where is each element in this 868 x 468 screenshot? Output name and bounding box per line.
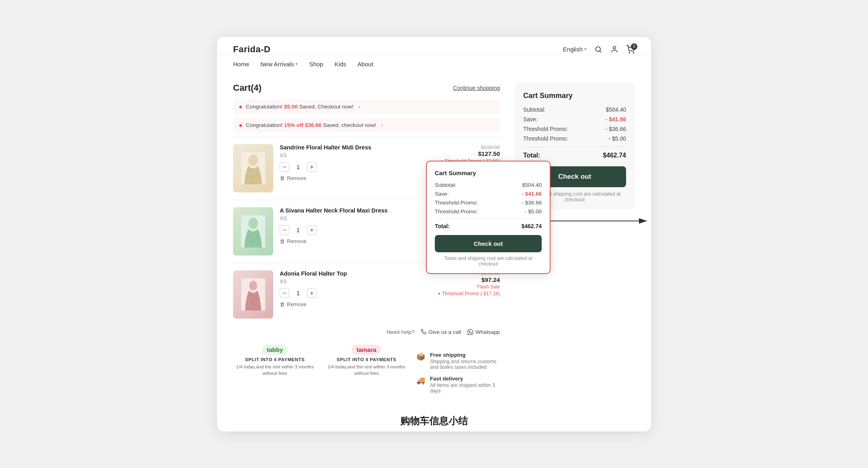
checkout-button[interactable]: Check out bbox=[523, 166, 626, 187]
search-button[interactable] bbox=[594, 45, 603, 54]
summary-threshold2-row: Threshold Promo: - $5.00 bbox=[523, 135, 626, 142]
qty-decrease-button[interactable]: − bbox=[280, 225, 289, 235]
tamara-logo: tamara bbox=[352, 345, 381, 355]
svg-point-12 bbox=[248, 233, 250, 235]
price-original: $130.00 bbox=[441, 144, 500, 150]
subtotal-value: $504.40 bbox=[606, 106, 626, 113]
cart-count-badge: 0 bbox=[631, 43, 637, 50]
qty-value: 1 bbox=[294, 164, 302, 170]
fast-delivery-row: 🚚 Fast delivery All items are shipped wi… bbox=[416, 376, 500, 394]
summary-save-row: Save: - $41.66 bbox=[523, 116, 626, 123]
remove-item-button[interactable]: 🗑 Remove bbox=[280, 175, 306, 181]
split-desc: 1/4 today,and the rest within 3 months w… bbox=[233, 364, 317, 376]
call-link[interactable]: Give us a call bbox=[421, 329, 461, 335]
svg-point-0 bbox=[596, 47, 600, 51]
qty-value: 1 bbox=[294, 290, 302, 296]
shipping-info: 📦 Free shipping Shipping and returns cus… bbox=[416, 352, 500, 394]
nav-home[interactable]: Home bbox=[233, 61, 249, 72]
price-current: $127.50 bbox=[441, 213, 500, 220]
svg-point-13 bbox=[256, 235, 258, 237]
split-label: SPLIT INTO 4 PAYMENTS bbox=[233, 357, 317, 362]
nav-kids[interactable]: Kids bbox=[334, 61, 346, 72]
svg-point-4 bbox=[633, 52, 634, 53]
qty-increase-button[interactable]: + bbox=[307, 162, 317, 172]
item-image bbox=[233, 207, 273, 255]
remove-item-button[interactable]: 🗑 Remove bbox=[280, 301, 306, 307]
svg-point-20 bbox=[255, 304, 256, 305]
promo-pct: 15% off bbox=[284, 122, 303, 128]
promo-icon: ● bbox=[239, 103, 243, 110]
cart-item: Sandrine Floral Halter Midi Dress XS − 1… bbox=[233, 137, 500, 200]
bottom-caption: 购物车信息小结 bbox=[217, 407, 651, 431]
language-selector[interactable]: English ▾ bbox=[563, 46, 587, 53]
summary-subtotal-row: Subtotal: $504.40 bbox=[523, 106, 626, 113]
qty-value: 1 bbox=[294, 227, 302, 233]
save-value: - $41.66 bbox=[606, 116, 626, 123]
nav-about[interactable]: About bbox=[358, 61, 373, 72]
svg-point-18 bbox=[256, 297, 258, 299]
continue-shopping-link[interactable]: Continue shopping bbox=[453, 85, 500, 91]
brand-logo: Farida-D bbox=[233, 44, 270, 55]
tamara-payment: tamara SPLIT INTO 4 PAYMENTS 1/4 today,a… bbox=[325, 345, 408, 394]
svg-point-7 bbox=[249, 169, 251, 172]
summary-card: Cart Summary Subtotal: $504.40 Save: - $… bbox=[514, 83, 635, 210]
qty-decrease-button[interactable]: − bbox=[280, 288, 289, 298]
cart-summary-panel: Cart Summary Subtotal: $504.40 Save: - $… bbox=[514, 83, 635, 210]
save-label: Save: bbox=[523, 116, 538, 123]
trash-icon: 🗑 bbox=[280, 175, 285, 181]
summary-note: Taxes and shipping cost are calculated a… bbox=[523, 191, 626, 202]
nav-shop[interactable]: Shop bbox=[309, 61, 323, 72]
cart-section: Cart(4) Continue shopping ● Congratulati… bbox=[233, 83, 500, 394]
cart-items-list: Sandrine Floral Halter Midi Dress XS − 1… bbox=[233, 137, 500, 326]
main-layout: Cart(4) Continue shopping ● Congratulati… bbox=[217, 72, 651, 407]
qty-increase-button[interactable]: + bbox=[307, 225, 317, 235]
threshold2-label: Threshold Promo: bbox=[523, 135, 568, 142]
qty-increase-button[interactable]: + bbox=[307, 288, 317, 298]
item-qty-row: − 1 + bbox=[280, 162, 434, 172]
summary-threshold1-row: Threshold Promo: - $36.66 bbox=[523, 126, 626, 132]
item-size: XS bbox=[280, 215, 434, 221]
price-original: $130.00 bbox=[441, 207, 500, 213]
item-details: Adonia Floral Halter Top XS − 1 + 🗑 Remo… bbox=[280, 270, 432, 307]
navigation: Home New Arrivals ▾ Shop Kids About bbox=[217, 55, 651, 72]
promo-amount2: $36.66 bbox=[305, 122, 321, 128]
need-help-row: Need help? Give us a call Whatsapp bbox=[233, 329, 500, 335]
qty-decrease-button[interactable]: − bbox=[280, 162, 289, 172]
item-image bbox=[233, 144, 273, 192]
remove-item-button[interactable]: 🗑 Remove bbox=[280, 238, 306, 244]
item-prices: $130.00 $127.50 ● Threshold Promo (-$2.5… bbox=[441, 144, 500, 164]
payment-options: tabby SPLIT INTO 4 PAYMENTS 1/4 today,an… bbox=[233, 345, 500, 394]
svg-point-11 bbox=[248, 218, 258, 229]
item-image bbox=[233, 270, 273, 319]
header-right: English ▾ 0 bbox=[563, 45, 635, 54]
item-details: A Sivana Halter Neck Floral Maxi Dress X… bbox=[280, 207, 434, 244]
summary-divider bbox=[523, 147, 626, 147]
svg-point-2 bbox=[613, 46, 616, 49]
item-prices: $130.00 $127.50 ● Threshold Promo (-$2.5… bbox=[441, 207, 500, 227]
promo-arrow-icon[interactable]: › bbox=[381, 122, 383, 128]
whatsapp-link[interactable]: Whatsapp bbox=[467, 329, 500, 335]
nav-new-arrivals[interactable]: New Arrivals ▾ bbox=[260, 61, 298, 72]
fast-delivery-title: Fast delivery bbox=[430, 376, 500, 382]
promo-banner-2: ● Congratulation! 15% off $36.66 Saved, … bbox=[233, 118, 500, 133]
threshold1-label: Threshold Promo: bbox=[523, 126, 568, 132]
cart-button[interactable]: 0 bbox=[626, 45, 635, 54]
header: Farida-D English ▾ 0 bbox=[217, 37, 651, 55]
total-value: $462.74 bbox=[603, 152, 626, 159]
flash-sale-tag: Flash Sale bbox=[438, 284, 500, 290]
circle-icon: ● bbox=[441, 222, 443, 226]
account-button[interactable] bbox=[610, 45, 619, 54]
item-qty-row: − 1 + bbox=[280, 288, 432, 298]
promo-tag: ● Threshold Promo (-$2.50) bbox=[441, 158, 500, 164]
tabby-logo: tabby bbox=[262, 345, 288, 355]
promo-arrow-icon[interactable]: › bbox=[358, 104, 360, 110]
free-shipping-desc: Shipping and returns customs and duties … bbox=[430, 359, 500, 370]
shipping-benefits: 📦 Free shipping Shipping and returns cus… bbox=[416, 345, 500, 394]
trash-icon: 🗑 bbox=[280, 238, 285, 244]
item-size: XS bbox=[280, 152, 434, 158]
promo-tag: ● Threshold Promo (-$17.16) bbox=[438, 291, 500, 296]
summary-total-row: Total: $462.74 bbox=[523, 152, 626, 159]
cart-item: Adonia Floral Halter Top XS − 1 + 🗑 Remo… bbox=[233, 263, 500, 326]
promo-banner-1: ● Congratulation! $5.00 Saved, Checkout … bbox=[233, 100, 500, 114]
item-name: A Sivana Halter Neck Floral Maxi Dress bbox=[280, 207, 434, 214]
